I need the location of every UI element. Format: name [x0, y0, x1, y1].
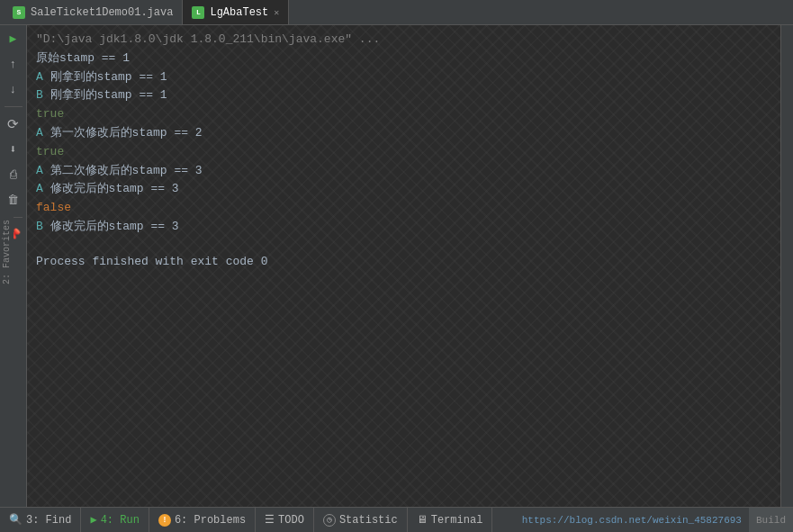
play-button[interactable]: ▶ [4, 29, 23, 49]
scroll-up-button[interactable]: ↑ [4, 54, 23, 74]
run-play-icon: ▶ [90, 513, 96, 527]
problems-button[interactable]: ! 6: Problems [149, 508, 256, 532]
output-line-1: 原始stamp == 1 [36, 50, 771, 68]
print-button[interactable]: ⎙ [4, 165, 23, 185]
url-display: https://blog.csdn.net/weixin_45827693 [492, 515, 749, 526]
toolbar-separator-1 [5, 106, 23, 107]
output-line-6: true [36, 143, 771, 162]
statistic-label: Statistic [339, 514, 398, 527]
output-line-9: false [36, 199, 771, 218]
bottom-bar: 🔍 3: Find ▶ 4: Run ! 6: Problems ☰ TODO … [0, 507, 793, 532]
output-line-4: true [36, 105, 771, 124]
statistic-button[interactable]: ◷ Statistic [314, 508, 408, 532]
statistic-icon: ◷ [323, 514, 336, 527]
todo-icon: ☰ [265, 513, 275, 527]
output-line-5: A 第一次修改后的stamp == 2 [36, 124, 771, 143]
terminal-icon: 🖥 [417, 513, 428, 527]
tab-label-lga: LgAbaTest [210, 6, 268, 19]
todo-button[interactable]: ☰ TODO [256, 508, 314, 532]
process-finished-line: Process finished with exit code 0 [36, 253, 771, 272]
output-line-3: B 刚拿到的stamp == 1 [36, 86, 771, 105]
build-label: Build [749, 508, 793, 532]
console-content: "D:\java jdk1.8.0\jdk 1.8.0_211\bin\java… [36, 31, 771, 272]
tab-icon-lga: L [192, 6, 204, 19]
cyan-prefix-3: B [36, 88, 50, 102]
terminal-label: Terminal [431, 514, 483, 527]
tab-icon-sale: S [13, 6, 25, 19]
rerun-button[interactable]: ⟳ [4, 114, 23, 134]
cyan-prefix-7: A [36, 164, 50, 177]
cyan-prefix-8: A [36, 182, 50, 195]
tab-label-sale: SaleTicket1Demo01.java [31, 6, 173, 19]
cyan-prefix-5: A [36, 126, 50, 140]
run-label: 4: Run [101, 514, 140, 527]
import-button[interactable]: ⬇ [4, 140, 23, 159]
favorites-label[interactable]: 2: Favorites [0, 216, 14, 288]
problems-icon: ! [158, 514, 171, 527]
terminal-button[interactable]: 🖥 Terminal [408, 508, 493, 532]
find-icon: 🔍 [9, 513, 23, 527]
delete-button[interactable]: 🗑 [4, 190, 23, 210]
tab-bar: S SaleTicket1Demo01.java L LgAbaTest ✕ [0, 0, 793, 25]
output-line-8: A 修改完后的stamp == 3 [36, 180, 771, 199]
output-line-7: A 第二次修改后的stamp == 3 [36, 162, 771, 181]
right-panel [780, 25, 793, 507]
find-label: 3: Find [26, 514, 71, 527]
cmd-line: "D:\java jdk1.8.0\jdk 1.8.0_211\bin\java… [36, 31, 771, 50]
tab-lgabatest[interactable]: L LgAbaTest ✕ [183, 0, 289, 24]
run-button[interactable]: ▶ 4: Run [81, 508, 149, 532]
todo-label: TODO [278, 514, 304, 527]
main-layout: ▶ ↑ ↓ ⟳ ⬇ ⎙ 🗑 📌 "D:\java jdk1.8.0\jdk 1.… [0, 25, 793, 507]
console-area[interactable]: "D:\java jdk1.8.0\jdk 1.8.0_211\bin\java… [27, 25, 780, 507]
find-button[interactable]: 🔍 3: Find [0, 508, 81, 532]
cyan-prefix-10: B [36, 220, 50, 233]
tab-saletickect[interactable]: S SaleTicket1Demo01.java [4, 0, 183, 24]
output-line-2: A 刚拿到的stamp == 1 [36, 68, 771, 87]
cyan-prefix-2: A [36, 70, 50, 84]
scroll-down-button[interactable]: ↓ [4, 79, 23, 99]
output-line-10: B 修改完后的stamp == 3 [36, 218, 771, 237]
tab-close-icon[interactable]: ✕ [274, 7, 279, 18]
problems-label: 6: Problems [175, 514, 246, 527]
